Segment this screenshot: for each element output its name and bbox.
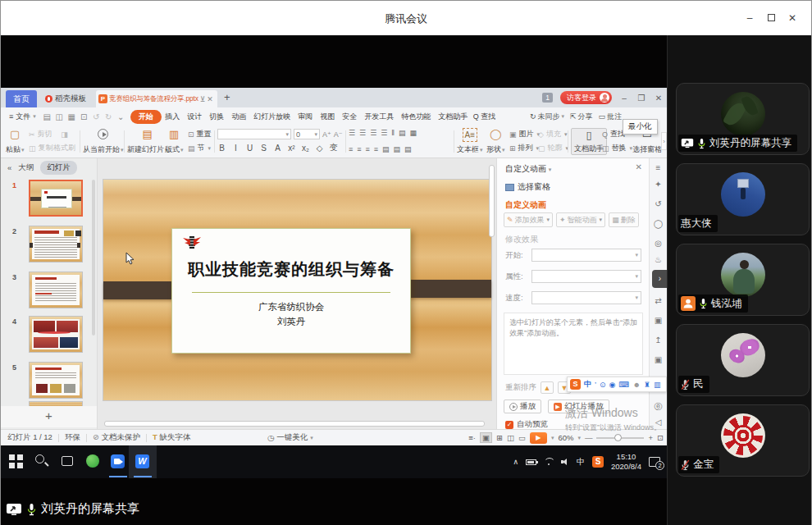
tab-docer[interactable]: 稻壳模板 — [42, 90, 89, 107]
collapse-icon[interactable]: « — [7, 163, 11, 172]
file-menu[interactable]: ≡文件▾ — [1, 112, 41, 122]
menu-item[interactable]: 幻灯片放映 — [250, 110, 294, 124]
fit-icon[interactable]: ⊡ — [657, 433, 664, 442]
strip-archive-icon[interactable]: ▣ — [650, 355, 667, 364]
editor-vertical-scrollbar[interactable] — [489, 165, 495, 237]
toolbox-icon[interactable]: ♜ — [644, 381, 650, 389]
slide-thumbnail[interactable] — [29, 272, 83, 308]
menu-item[interactable]: 切换 — [206, 110, 228, 124]
font-style-button[interactable]: I — [231, 144, 240, 153]
strip-expand-button[interactable]: › — [652, 270, 667, 288]
font-style-button[interactable]: ◇ — [315, 144, 324, 153]
slideshow-button[interactable]: ▶ — [530, 432, 547, 444]
add-slide-button[interactable]: + — [1, 406, 97, 427]
tencent-meeting-app-icon[interactable] — [111, 454, 125, 469]
notification-center-icon[interactable]: 2 — [649, 457, 660, 467]
beautify-button[interactable]: ◷一键美化▾ — [267, 432, 313, 443]
font-style-button[interactable]: 变 — [329, 142, 338, 153]
redo-icon[interactable]: ↻ — [103, 112, 115, 121]
font-style-button[interactable]: x² — [287, 144, 296, 153]
align-button[interactable]: ▤ — [394, 145, 401, 153]
wifi-icon[interactable] — [544, 458, 554, 466]
slide-thumbnail-item[interactable]: 4 — [1, 316, 97, 354]
copy-button[interactable]: ◫复制 — [29, 143, 53, 153]
format-painter-button[interactable]: ◨ 格式刷 — [53, 128, 75, 153]
notes-icon[interactable]: ≡· — [468, 433, 476, 442]
play-from-current-button[interactable]: 从当前开始 — [83, 128, 124, 155]
strip-record-icon[interactable]: ◎ — [650, 239, 667, 248]
antivirus-app-icon[interactable] — [86, 454, 101, 469]
strip-audio-icon[interactable]: ◁ — [650, 418, 667, 427]
property-select[interactable] — [531, 270, 641, 283]
paragraph-button[interactable]: ▦ — [410, 129, 417, 137]
paragraph-button[interactable]: ☰ — [381, 129, 387, 137]
strip-info-icon[interactable]: ⓔ — [650, 401, 667, 413]
font-size-select[interactable]: 0 — [294, 129, 320, 139]
start-select[interactable] — [531, 249, 641, 262]
zoom-in-icon[interactable]: + — [648, 433, 653, 442]
slide-thumbnail-item[interactable]: 3 — [1, 272, 97, 310]
align-button[interactable]: ▤ — [382, 145, 390, 153]
menu-item[interactable]: 开始 — [130, 110, 162, 124]
outline-tab[interactable]: 大纲 — [18, 162, 34, 173]
zoom-level[interactable]: 60% — [558, 433, 573, 442]
font-style-button[interactable]: S — [259, 144, 268, 153]
menu-item[interactable]: 开发工具 — [361, 110, 398, 124]
start-button[interactable] — [9, 454, 24, 469]
doc-protection-status[interactable]: ⊘ 文档未保护 — [93, 432, 140, 443]
participant-tile[interactable]: 钱泓埔 — [676, 244, 810, 316]
font-style-button[interactable]: A — [273, 144, 282, 153]
paragraph-button[interactable]: ☰ — [359, 129, 366, 137]
taskbar-search-icon[interactable] — [35, 454, 50, 469]
strip-slider-icon[interactable]: ⇄ — [650, 296, 667, 305]
play-animation-button[interactable]: 播放 — [504, 399, 541, 413]
share-button[interactable]: ⇱分享 — [570, 112, 593, 122]
battery-icon[interactable] — [526, 459, 536, 465]
paragraph-button[interactable]: ‖ — [391, 129, 395, 137]
tray-expand-icon[interactable]: ∧ — [513, 458, 518, 466]
picture-button[interactable]: ▣图片 — [509, 129, 540, 139]
fill-button[interactable]: ◇填充 — [538, 129, 568, 139]
minimize-button[interactable]: – — [742, 11, 757, 25]
ribbon-expand-icon[interactable]: › — [661, 132, 667, 150]
keyboard-icon[interactable]: ⌨ — [618, 381, 629, 389]
slideshow-play-button[interactable]: ▶幻灯片播放 — [548, 399, 609, 413]
textbox-button[interactable]: A≡文本框 — [457, 128, 483, 155]
voice-input-icon[interactable]: ◉ — [609, 381, 616, 389]
slide-thumbnail[interactable] — [29, 180, 83, 217]
emoji-icon[interactable]: ⊙ — [600, 381, 606, 389]
open-icon[interactable]: ▤ — [41, 112, 53, 121]
editor-horizontal-scrollbar[interactable] — [104, 421, 485, 427]
slides-tab[interactable]: 幻灯片 — [40, 161, 77, 175]
wps-app-icon[interactable]: W — [135, 454, 150, 469]
cut-button[interactable]: ✂剪切 — [29, 129, 53, 139]
comment-view-icon[interactable]: ▭ — [518, 433, 526, 442]
undo-icon[interactable]: ↺ — [90, 112, 103, 121]
strip-shape-icon[interactable]: ◯ — [650, 219, 667, 228]
close-button[interactable]: ✕ — [785, 11, 800, 25]
new-slide-button[interactable]: ▤新建幻灯片 — [127, 128, 168, 155]
participant-tile[interactable]: 惠大侠 — [676, 163, 810, 235]
slide-thumbnail[interactable] — [29, 226, 83, 262]
align-button[interactable]: ▤ — [404, 145, 412, 153]
font-style-button[interactable]: B — [217, 144, 226, 153]
missing-font-button[interactable]: T 缺失字体 — [153, 432, 190, 443]
menu-item[interactable]: 动画 — [228, 110, 250, 124]
reading-view-icon[interactable]: ◫ — [507, 433, 514, 442]
replace-button[interactable]: ◫替换 — [602, 143, 632, 153]
move-up-button[interactable]: ▲ — [541, 381, 554, 394]
slide-canvas[interactable]: 职业技能竞赛的组织与筹备 广东省纺织协会 刘英丹 — [103, 180, 491, 400]
menu-item[interactable]: 视图 — [317, 110, 339, 124]
sogou-tray-icon[interactable]: S — [592, 456, 604, 468]
punctuation-icon[interactable]: ’ — [595, 381, 596, 389]
smart-animation-button[interactable]: ✦智能动画 — [556, 212, 605, 227]
account-icon[interactable]: ☻ — [632, 381, 640, 389]
new-tab-button[interactable]: + — [224, 91, 230, 103]
strip-animation-icon[interactable]: ✦ — [650, 180, 667, 189]
menu-item[interactable]: 插入 — [162, 110, 184, 124]
find-menu[interactable]: Q 查找 — [473, 112, 496, 122]
auto-preview-checkbox[interactable]: ✓ — [505, 421, 513, 429]
menu-item[interactable]: 文档助手 — [435, 110, 472, 124]
font-style-button[interactable]: U — [245, 144, 254, 153]
close-tab-icon[interactable]: ✕ — [207, 95, 213, 103]
